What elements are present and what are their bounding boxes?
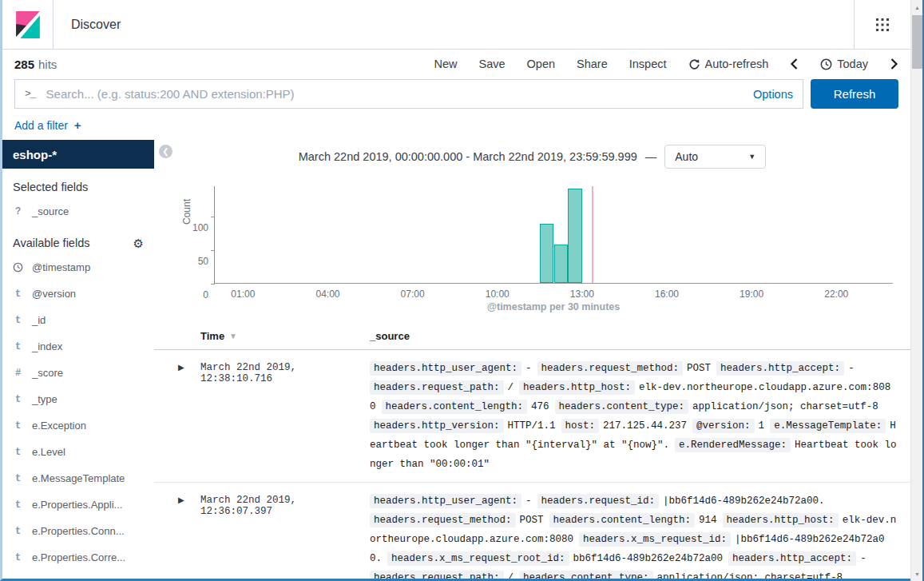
clock-icon: [820, 58, 832, 70]
chevron-right-icon: [890, 58, 898, 70]
field-key-badge: headers.request_method:: [537, 361, 684, 376]
field-item-e-messagetemplate[interactable]: te.MessageTemplate: [2, 465, 154, 491]
field-item-e-exception[interactable]: te.Exception: [2, 412, 154, 439]
today-label: Today: [837, 58, 868, 70]
field-item-e-level[interactable]: te.Level: [2, 439, 154, 465]
field-item--type[interactable]: t_type: [2, 386, 154, 412]
topnav-inspect-button[interactable]: Inspect: [629, 58, 667, 70]
x-tick-label: 04:00: [315, 289, 339, 300]
interval-select[interactable]: Auto ▼: [664, 145, 766, 169]
document-table: Time ▼ _source ▶March 22nd 2019, 12:38:1…: [154, 330, 910, 581]
field-name: e.MessageTemplate: [32, 472, 125, 484]
field-key-badge: headers.x_ms_request_id:: [579, 532, 731, 547]
field-item--timestamp[interactable]: @timestamp: [2, 254, 154, 281]
field-key-badge: headers.content_type:: [555, 400, 689, 414]
scroll-up-arrow[interactable]: ▲: [911, 1, 923, 14]
field-value: 476: [531, 401, 549, 412]
search-box: >_ Options: [14, 79, 803, 109]
y-tick-mark: [211, 250, 215, 251]
hits-bar: 285 hits NewSaveOpenShareInspect Auto-re…: [2, 50, 910, 78]
field-value: application/json; charset=utf-8: [692, 401, 878, 412]
histogram-bar-12:00[interactable]: [554, 245, 569, 283]
discover-topnav: NewSaveOpenShareInspect Auto-refresh Tod: [434, 58, 898, 70]
add-filter-link[interactable]: Add a filter: [14, 119, 68, 132]
table-row: ▶March 22nd 2019, 12:36:07.397headers.ht…: [154, 483, 910, 581]
scroll-down-arrow[interactable]: ▼: [911, 567, 923, 580]
string-field-icon: t: [13, 552, 23, 563]
time-forward-button[interactable]: [890, 58, 898, 70]
terminal-prompt-icon: >_: [25, 88, 36, 100]
field-item--id[interactable]: t_id: [2, 307, 154, 333]
field-item--version[interactable]: t@version: [2, 281, 154, 307]
histogram-bar-11:30[interactable]: [540, 224, 554, 283]
kibana-logo-icon: [14, 11, 42, 38]
field-key-badge: headers.http_user_agent:: [370, 494, 521, 508]
index-pattern-selector[interactable]: eshop-*: [2, 140, 154, 169]
chart-header: March 22nd 2019, 00:00:00.000 - March 22…: [154, 145, 910, 169]
field-value: application/json; charset=utf-8: [657, 572, 843, 581]
field-item-e-properties-conn-[interactable]: te.Properties.Conn...: [2, 518, 154, 544]
field-value: 217.125.44.237: [603, 420, 687, 432]
search-row: >_ Options Refresh: [2, 79, 910, 109]
apps-menu-button[interactable]: [855, 18, 910, 32]
field-item--score[interactable]: #_score: [2, 360, 154, 386]
field-settings-gear-icon[interactable]: ⚙: [133, 237, 144, 249]
field-name: _type: [32, 393, 58, 405]
field-name: e.Properties.Appli...: [32, 499, 122, 511]
expand-row-caret-icon[interactable]: ▶: [178, 491, 200, 581]
time-back-button[interactable]: [790, 58, 799, 70]
field-value: HTTP/1.1: [508, 420, 556, 432]
string-field-icon: t: [13, 499, 23, 511]
field-value: -: [525, 495, 532, 507]
available-fields-heading: Available fields: [13, 237, 89, 249]
field-key-badge: headers.http_accept:: [716, 361, 844, 376]
field-value: 1: [759, 420, 765, 432]
topnav-open-button[interactable]: Open: [527, 58, 555, 70]
histogram-plot[interactable]: 05010001:0004:0007:0010:0013:0016:0019:0…: [214, 186, 893, 284]
scrollbar[interactable]: ▲ ▼: [910, 0, 924, 581]
field-item--index[interactable]: t_index: [2, 333, 154, 360]
time-column-header[interactable]: Time ▼: [200, 330, 370, 342]
kibana-logo[interactable]: [2, 0, 54, 49]
y-tick-label: 0: [203, 289, 208, 300]
unknown-field-icon: ?: [13, 206, 23, 217]
y-tick-mark: [211, 284, 215, 285]
plus-icon[interactable]: +: [74, 118, 81, 132]
field-value: |bb6f14d6-489b262e24b72a00.: [663, 495, 825, 507]
refresh-icon: [688, 58, 700, 70]
expand-row-caret-icon[interactable]: ▶: [178, 359, 200, 474]
field-value: POST: [520, 515, 544, 526]
scrollbar-thumb[interactable]: [912, 15, 922, 69]
row-timestamp: March 22nd 2019, 12:38:10.716: [200, 359, 370, 474]
timepicker-today-button[interactable]: Today: [820, 58, 868, 70]
field-item--source[interactable]: ?_source: [2, 198, 154, 225]
string-field-icon: t: [13, 341, 23, 352]
string-field-icon: t: [13, 526, 23, 537]
topnav-new-button[interactable]: New: [434, 58, 457, 70]
refresh-button[interactable]: Refresh: [811, 79, 898, 109]
range-dash: —: [645, 150, 657, 163]
x-tick-label: 13:00: [570, 289, 594, 300]
topnav-share-button[interactable]: Share: [577, 58, 608, 70]
field-key-badge: headers.http_host:: [519, 380, 635, 395]
search-input[interactable]: [45, 86, 744, 101]
histogram-bar-12:30[interactable]: [568, 189, 582, 283]
field-value: -: [525, 363, 532, 374]
x-axis-label: @timestamp per 30 minutes: [214, 301, 893, 312]
content-area: eshop-* Selected fields ?_source Availab…: [2, 140, 910, 581]
auto-refresh-button[interactable]: Auto-refresh: [688, 58, 769, 70]
topnav-save-button[interactable]: Save: [479, 58, 506, 70]
y-axis-label: Count: [181, 199, 192, 225]
string-field-icon: t: [13, 315, 23, 326]
field-value: POST: [687, 363, 711, 374]
field-item-e-properties-corre-[interactable]: te.Properties.Corre...: [2, 544, 154, 571]
app-window: Discover 285 hits NewSaveOpenShareInspec…: [0, 0, 910, 581]
row-timestamp: March 22nd 2019, 12:36:07.397: [200, 491, 370, 581]
options-link[interactable]: Options: [753, 88, 793, 101]
field-key-badge: host:: [561, 419, 600, 433]
available-fields-list: @timestampt@versiont_idt_index#_scoret_t…: [2, 254, 154, 571]
histogram-chart: Count 05010001:0004:0007:0010:0013:0016:…: [154, 169, 910, 325]
field-key-badge: headers.http_accept:: [728, 551, 856, 566]
field-value: /: [508, 382, 514, 393]
field-item-e-properties-appli-[interactable]: te.Properties.Appli...: [2, 491, 154, 518]
